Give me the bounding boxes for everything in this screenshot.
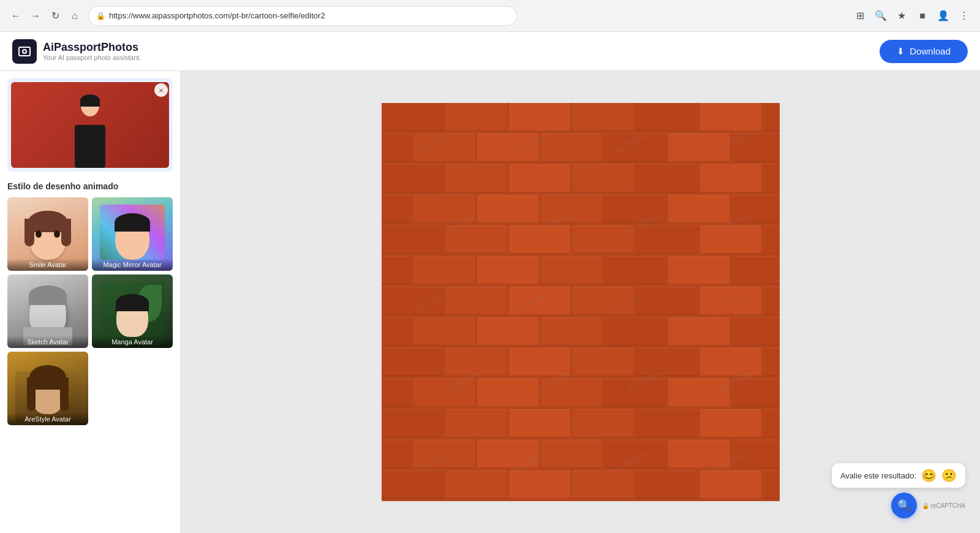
download-icon: ⬇ [897, 46, 905, 57]
menu-icon[interactable]: ⋮ [956, 7, 973, 25]
close-icon: × [159, 86, 164, 95]
address-bar[interactable]: 🔒 https://www.aipassportphotos.com/pt-br… [88, 6, 517, 26]
back-button[interactable]: ← [7, 7, 24, 25]
extensions-icon[interactable]: ■ [914, 7, 931, 25]
search-icon: 🔍 [897, 499, 911, 512]
browser-toolbar: ⊞ 🔍 ★ ■ 👤 ⋮ [851, 7, 973, 25]
nav-buttons: ← → ↻ ⌂ [7, 7, 83, 25]
close-upload-button[interactable]: × [154, 83, 168, 97]
svg-point-2 [23, 50, 26, 53]
translate-icon[interactable]: ⊞ [851, 7, 869, 25]
bookmark-icon[interactable]: ★ [893, 7, 910, 25]
download-label: Download [910, 46, 951, 56]
download-button[interactable]: ⬇ Download [880, 40, 968, 63]
logo-icon [12, 39, 37, 64]
style-item-magic[interactable]: Magic Mirror Avatar [92, 197, 173, 271]
style-item-smile[interactable]: Smile Avatar [7, 197, 88, 271]
logo-title: AiPassportPhotos [43, 41, 141, 54]
search-icon[interactable]: 🔍 [872, 7, 889, 25]
magic-label: Magic Mirror Avatar [92, 259, 173, 271]
logo-subtitle: Your AI passport photo assistant. [43, 54, 141, 61]
main-layout: × Estilo de desenho animado [0, 71, 980, 533]
artstyle-label: AreStyle Avatar [7, 413, 88, 425]
forward-button[interactable]: → [27, 7, 44, 25]
app-header: AiPassportPhotos Your AI passport photo … [0, 32, 980, 71]
url-text: https://www.aipassportphotos.com/pt-br/c… [109, 11, 509, 20]
browser-chrome: ← → ↻ ⌂ 🔒 https://www.aipassportphotos.c… [0, 0, 980, 32]
sidebar: × Estilo de desenho animado [0, 71, 181, 533]
style-item-manga[interactable]: Manga Avatar [92, 274, 173, 348]
refresh-button[interactable]: ↻ [47, 7, 64, 25]
happy-emoji[interactable]: 😊 [921, 468, 937, 483]
style-item-sketch[interactable]: Sketch Avatar [7, 274, 88, 348]
profile-icon[interactable]: 👤 [935, 7, 952, 25]
manga-label: Manga Avatar [92, 336, 173, 348]
sad-emoji[interactable]: 😕 [941, 468, 957, 483]
recaptcha-badge: 🔒 reCAPTCHA [922, 502, 965, 509]
rating-widget: Avalie este resultado: 😊 😕 🔍 🔒 reCAPTCHA [832, 463, 965, 518]
main-content: AI-Photo AI-Photo AI-Photo AI-Photo AI-P… [181, 71, 980, 533]
chat-button[interactable]: 🔍 [891, 493, 917, 518]
main-artwork: AI-Photo AI-Photo AI-Photo AI-Photo AI-P… [382, 103, 780, 501]
rating-bubble: Avalie este resultado: 😊 😕 [832, 463, 965, 488]
lock-icon: 🔒 [96, 12, 105, 20]
brick-wall [382, 103, 780, 501]
logo-area: AiPassportPhotos Your AI passport photo … [12, 39, 141, 64]
upload-preview: × [7, 78, 173, 172]
home-button[interactable]: ⌂ [66, 7, 83, 25]
main-image-container: AI-Photo AI-Photo AI-Photo AI-Photo AI-P… [382, 103, 780, 501]
section-title: Estilo de desenho animado [7, 181, 173, 191]
sketch-label: Sketch Avatar [7, 336, 88, 348]
rating-label: Avalie este resultado: [840, 471, 916, 480]
logo-text: AiPassportPhotos Your AI passport photo … [43, 41, 141, 61]
style-item-artstyle[interactable]: AreStyle Avatar [7, 352, 88, 425]
style-grid: Smile Avatar Magic Mirror Avatar [7, 197, 173, 425]
smile-label: Smile Avatar [7, 259, 88, 271]
